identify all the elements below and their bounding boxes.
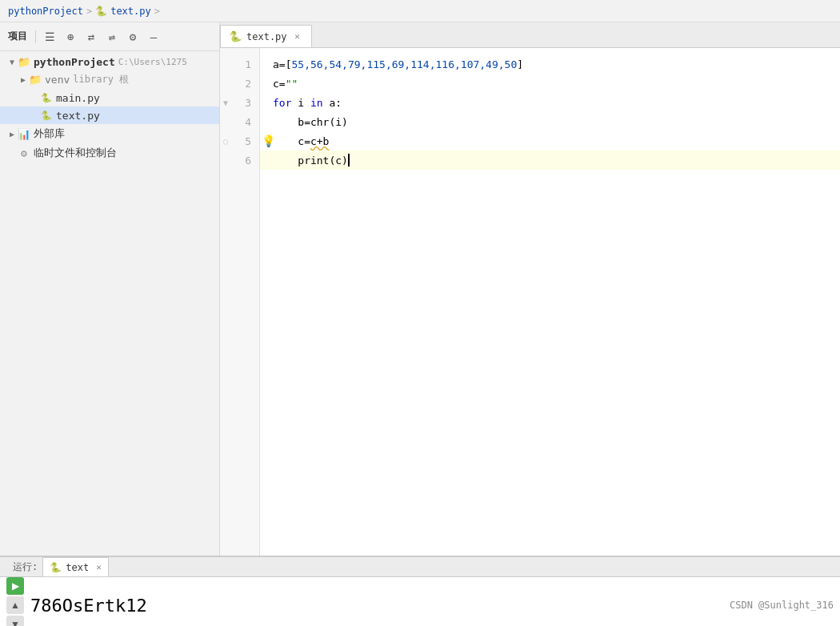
mainpy-icon: 🐍 [40, 91, 53, 104]
bottom-content: ▶ ▲ ▼ 786OsErtk12 CSDN @Sunlight_316 [0, 577, 840, 626]
attribution-label: CSDN @Sunlight_316 [730, 600, 834, 611]
cursor [348, 154, 350, 167]
run-controls: ▶ ▲ ▼ [6, 577, 24, 626]
venv-arrow: ▶ [18, 74, 29, 86]
line-num-4-label: 4 [245, 116, 251, 128]
external-arrow: ▶ [6, 128, 18, 139]
editor-area: 🐍 text.py ✕ 1 2 ▼ 3 4 [220, 22, 840, 556]
fold-icon-5[interactable]: ○ [223, 137, 228, 146]
tree-item-textpy[interactable]: ▶ 🐍 text.py [0, 106, 219, 124]
code-line-2: c="" [260, 74, 840, 93]
tab-icon: 🐍 [229, 30, 242, 42]
breadcrumb-project[interactable]: pythonProject [8, 6, 83, 17]
code-line-6: print(c) [260, 150, 840, 170]
breadcrumb-bar: pythonProject > 🐍 text.py > [0, 0, 840, 22]
toolbar-add-btn[interactable]: ⊕ [62, 28, 79, 46]
bottom-tab-label: text [66, 562, 89, 573]
textpy-icon: 🐍 [40, 109, 53, 122]
line-num-3-label: 3 [245, 97, 251, 109]
sidebar: 项目 ☰ ⊕ ⇄ ⇌ ⚙ — ▼ 📁 pythonProject C:\User… [0, 22, 220, 556]
line6-print: print( [298, 154, 335, 167]
output-text: 786OsErtk12 [30, 596, 147, 616]
project-arrow: ▼ [6, 56, 18, 67]
temp-label: 临时文件和控制台 [34, 146, 117, 160]
line5-indent [273, 135, 298, 147]
tab-label: text.py [246, 31, 287, 42]
line5-c: c= [298, 135, 310, 147]
code-content[interactable]: a=[55,56,54,79,115,69,114,116,107,49,50]… [260, 48, 840, 556]
project-path: C:\Users\1275 [118, 57, 187, 67]
line-num-6-label: 6 [245, 154, 251, 167]
line4-paren: ) [342, 116, 348, 128]
sidebar-tree: ▼ 📁 pythonProject C:\Users\1275 ▶ 📁 venv… [0, 51, 219, 556]
line4-b: b= [298, 116, 310, 128]
bottom-tab-text[interactable]: 🐍 text ✕ [42, 557, 109, 576]
tree-item-mainpy[interactable]: ▶ 🐍 main.py [0, 89, 219, 106]
line4-indent [273, 116, 298, 128]
bottom-panel: 运行: 🐍 text ✕ ▶ ▲ ▼ 786OsErtk12 CSDN @Sun… [0, 556, 840, 626]
code-line-5: 💡 c=c+b [260, 131, 840, 150]
toolbar-split-btn[interactable]: ⇌ [103, 28, 121, 46]
code-line-4: b=chr(i) [260, 112, 840, 131]
line1-bracket-close: ] [517, 58, 523, 70]
line4-chr: chr( [310, 116, 335, 128]
bottom-tab-close[interactable]: ✕ [96, 562, 102, 572]
toolbar-settings-btn[interactable]: ⚙ [124, 28, 142, 46]
external-label: 外部库 [34, 126, 65, 141]
fold-icon-3[interactable]: ▼ [223, 98, 228, 107]
breadcrumb-sep2: > [154, 6, 160, 17]
line-num-1-label: 1 [245, 58, 251, 70]
tab-close-btn[interactable]: ✕ [292, 31, 303, 42]
mainpy-label: main.py [56, 92, 100, 104]
venv-label: venv [45, 74, 70, 86]
line2-str: "" [286, 78, 298, 90]
editor-tabs: 🐍 text.py ✕ [220, 22, 840, 48]
tree-item-venv[interactable]: ▶ 📁 venv library 根 [0, 70, 219, 89]
toolbar-separator [35, 30, 36, 43]
bottom-tab-icon: 🐍 [50, 562, 62, 573]
line3-for: for [273, 97, 298, 109]
line-num-2-label: 2 [245, 78, 251, 90]
project-name: pythonProject [34, 56, 115, 68]
line2-var-c: c= [273, 78, 286, 90]
tree-item-project[interactable]: ▼ 📁 pythonProject C:\Users\1275 [0, 53, 219, 70]
toolbar-close-btn[interactable]: — [145, 28, 162, 46]
line-num-3: ▼ 3 [220, 93, 259, 112]
breadcrumb-icon: 🐍 [95, 6, 107, 17]
editor-tab-textpy[interactable]: 🐍 text.py ✕ [220, 25, 312, 47]
sidebar-toolbar: 项目 ☰ ⊕ ⇄ ⇌ ⚙ — [0, 22, 219, 51]
breadcrumb-sep1: > [86, 6, 92, 17]
line3-i: i [298, 97, 310, 109]
line-num-6: 6 [220, 150, 259, 170]
tree-item-temp[interactable]: ▶ ⚙ 临时文件和控制台 [0, 143, 219, 163]
external-icon: 📊 [18, 127, 30, 140]
line1-nums: 55,56,54,79,115,69,114,116,107,49,50 [291, 58, 517, 70]
scroll-down-btn[interactable]: ▼ [6, 616, 24, 626]
toolbar-project-btn[interactable]: ☰ [41, 28, 58, 46]
run-label-text: 运行: [13, 560, 38, 574]
project-folder-icon: 📁 [18, 55, 30, 68]
textpy-label: text.py [56, 110, 100, 122]
line-num-5-label: 5 [245, 135, 251, 147]
tree-item-external[interactable]: ▶ 📊 外部库 [0, 124, 219, 143]
line-numbers: 1 2 ▼ 3 4 ○ 5 6 [220, 48, 260, 556]
code-editor[interactable]: 1 2 ▼ 3 4 ○ 5 6 [220, 48, 840, 556]
line-num-5: ○ 5 [220, 131, 259, 150]
line6-c: c [335, 154, 342, 167]
line-num-2: 2 [220, 74, 259, 93]
sidebar-title: 项目 [5, 30, 30, 43]
line6-paren: ) [342, 154, 348, 167]
line6-indent [273, 154, 298, 167]
temp-icon: ⚙ [18, 146, 30, 159]
hint-icon-5[interactable]: 💡 [262, 134, 275, 147]
breadcrumb-file[interactable]: text.py [110, 6, 151, 17]
line5-cplusb: c+b [310, 135, 329, 147]
line1-bracket: [ [286, 58, 292, 70]
line-num-4: 4 [220, 112, 259, 131]
library-label: library 根 [73, 73, 129, 86]
line-num-1: 1 [220, 54, 259, 74]
line3-a: a: [329, 97, 342, 109]
run-button[interactable]: ▶ [6, 577, 24, 595]
scroll-up-btn[interactable]: ▲ [6, 596, 24, 614]
toolbar-commit-btn[interactable]: ⇄ [82, 28, 100, 46]
